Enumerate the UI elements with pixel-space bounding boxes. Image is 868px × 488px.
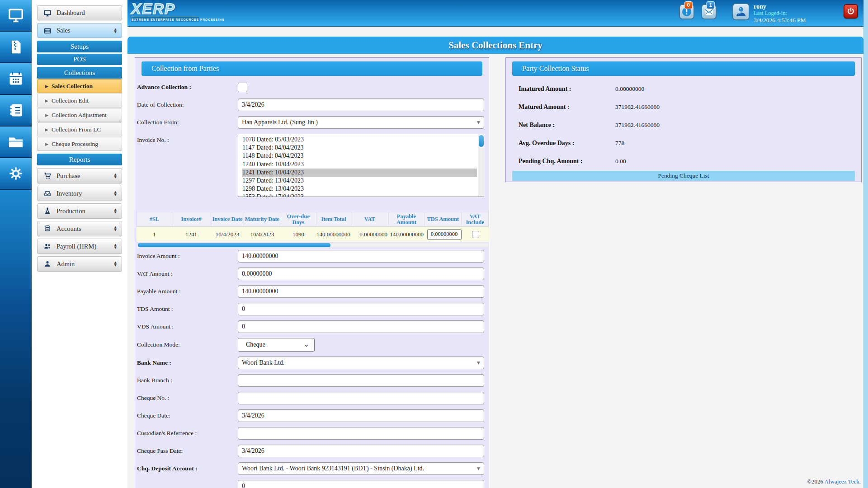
sidebar-item-accounts[interactable]: Accounts ▲▼ [37, 221, 122, 236]
imatured-amount-row: Imatured Amount : 0.00000000 [519, 84, 855, 94]
flask-icon [43, 207, 52, 215]
bank-branch-input[interactable] [238, 374, 484, 387]
imatured-amount-value: 0.00000000 [615, 84, 644, 94]
sidebar-section-reports[interactable]: Reports [37, 154, 122, 165]
invoice-list-item-selected[interactable]: 1241 Dated: 10/04/2023 [242, 169, 477, 177]
invoice-list-item[interactable]: 1148 Dated: 04/04/2023 [242, 152, 477, 160]
invoice-table-header: #SL Invoice# Invoice Date Maturity Date … [137, 212, 489, 227]
copyright-text: ©2026 [807, 478, 823, 485]
chq-deposit-account-combobox[interactable]: Woori Bank Ltd. - Woori Bank 923143191 (… [238, 462, 484, 475]
col-header-vat: VAT [351, 212, 389, 226]
vat-include-checkbox[interactable] [472, 231, 479, 238]
cheque-date-input[interactable] [238, 409, 484, 422]
alwajeez-tech-link[interactable]: Alwajeez Tech. [825, 478, 861, 485]
rail-desktop-icon[interactable] [0, 0, 32, 31]
rail-calendar-icon[interactable] [0, 63, 32, 94]
pending-chq-amount-row: Pending Chq. Amount : 0.00 [519, 156, 855, 166]
rail-folder-icon[interactable] [0, 127, 32, 157]
partial-bottom-input[interactable] [238, 480, 484, 488]
page-vertical-scrollbar[interactable] [863, 0, 868, 488]
vds-amount-row: VDS Amount : [137, 320, 484, 333]
chq-deposit-account-label: Chq. Deposit Account : [137, 465, 238, 472]
message-badge: 1 [706, 1, 715, 9]
sidebar-item-sales[interactable]: Sales ▲▼ [37, 23, 122, 38]
cheque-date-row: Cheque Date: [137, 409, 484, 422]
page-title-bar: Sales Collections Entry [127, 37, 863, 54]
cell-invoice: 1241 [172, 231, 211, 238]
cell-vat-include [462, 231, 489, 238]
cheque-pass-date-label: Cheque Pass Date: [137, 447, 238, 455]
cart-icon [43, 172, 52, 180]
invoice-list-item[interactable]: 1147 Dated: 04/04/2023 [242, 144, 477, 152]
invoice-list-item[interactable]: 1298 Dated: 13/04/2023 [242, 185, 477, 193]
collection-from-parties-panel: Collection from Parties Advance Collecti… [135, 57, 489, 488]
messages-button[interactable]: 1 [701, 4, 717, 19]
sidebar-section-setups[interactable]: Setups [37, 41, 122, 52]
sidebar-item-label: Sales Collection [52, 83, 93, 90]
rail-notebook-icon[interactable] [0, 95, 32, 126]
col-header-vat-include: VAT Include [462, 212, 489, 226]
invoice-list-item[interactable]: 1240 Dated: 10/04/2023 [242, 160, 477, 169]
sidebar-item-payroll-hrm[interactable]: Payroll (HRM) ▲▼ [37, 239, 122, 254]
sidebar-item-collection-adjustment[interactable]: ▶ Collection Adjustment [37, 108, 122, 122]
app-logo[interactable]: XERP EXTREME ENTERPRISE RECOURCES PROCES… [131, 1, 199, 22]
caret-right-icon: ▶ [45, 84, 48, 89]
invoice-table-row: 1 1241 10/4/2023 10/4/2023 1090 140.0000… [137, 227, 489, 242]
invoice-list-item[interactable]: 1353 Dated: 17/04/2023 [242, 193, 477, 197]
scrollbar-thumb[interactable] [479, 135, 484, 147]
notifications-button[interactable]: 0 [679, 4, 694, 19]
invoice-list-item[interactable]: 1078 Dated: 05/03/2023 [242, 136, 477, 144]
user-avatar[interactable] [732, 3, 750, 20]
expand-arrows-icon: ▲▼ [114, 191, 117, 196]
monitor-icon [43, 9, 52, 17]
vat-amount-input[interactable] [238, 267, 484, 280]
tds-amount-input[interactable] [238, 303, 484, 315]
date-of-collection-label: Date of Collection: [137, 101, 238, 108]
sidebar-item-collection-from-lc[interactable]: ▶ Collection From LC [37, 122, 122, 136]
tds-amount-cell-input[interactable] [427, 229, 462, 240]
cheque-no-input[interactable] [238, 392, 484, 404]
collection-from-combobox[interactable]: Han Apparels Ltd. (Sung Jin ) ▼ [238, 116, 484, 129]
table-horizontal-scrollbar[interactable] [138, 243, 489, 247]
sidebar-item-purchase[interactable]: Purchase ▲▼ [37, 168, 122, 183]
bank-name-combobox[interactable]: Woori Bank Ltd. ▼ [238, 357, 484, 369]
custodian-reference-row: Custodian's Referrence : [137, 427, 484, 440]
date-of-collection-input[interactable] [238, 99, 484, 111]
col-header-maturity-date: Maturity Date [244, 212, 280, 226]
col-header-tds-amount: TDS Amount [425, 212, 462, 226]
pending-chq-amount-label: Pending Chq. Amount : [519, 156, 615, 166]
collection-from-value: Han Apparels Ltd. (Sung Jin ) [242, 119, 318, 126]
sidebar-section-pos[interactable]: POS [37, 54, 122, 65]
scrollbar-thumb[interactable] [138, 243, 330, 247]
cell-vat: 0.00000000 [351, 231, 389, 238]
sidebar-item-label: Collection Adjustment [52, 112, 107, 119]
invoice-list-scrollbar[interactable] [478, 134, 484, 197]
collection-mode-select[interactable]: Cheque ⌄ [238, 338, 315, 352]
custodian-reference-input[interactable] [238, 427, 484, 440]
cheque-pass-date-input[interactable] [238, 445, 484, 457]
logo-text: XERP [131, 1, 199, 16]
sidebar-item-sales-collection[interactable]: ▶ Sales Collection [37, 79, 122, 93]
sidebar-item-inventory[interactable]: Inventory ▲▼ [37, 186, 122, 201]
rail-archive-icon[interactable] [0, 32, 32, 62]
sidebar-item-dashboard[interactable]: Dashboard [37, 5, 122, 20]
payable-amount-input[interactable] [238, 285, 484, 298]
sidebar-item-cheque-processing[interactable]: ▶ Cheque Processing [37, 137, 122, 151]
invoice-list-item[interactable]: 1297 Dated: 13/04/2023 [242, 177, 477, 185]
net-balance-label: Net Balance : [519, 120, 615, 130]
user-name: rony [754, 3, 806, 10]
logout-button[interactable] [844, 4, 858, 19]
sidebar-item-label: Collection Edit [52, 97, 89, 104]
invoice-listbox[interactable]: 1078 Dated: 05/03/2023 1147 Dated: 04/04… [238, 134, 484, 197]
sidebar-item-admin[interactable]: Admin ▲▼ [37, 256, 122, 272]
cheque-no-label: Cheque No. : [137, 394, 238, 402]
pending-cheque-list-button[interactable]: Pending Cheque List [512, 171, 855, 181]
invoice-amount-input[interactable] [238, 250, 484, 263]
vds-amount-input[interactable] [238, 320, 484, 333]
sidebar-item-production[interactable]: Production ▲▼ [37, 203, 122, 219]
advance-collection-checkbox[interactable] [238, 83, 247, 92]
sidebar-section-collections[interactable]: Collections [37, 67, 122, 79]
sidebar-item-collection-edit[interactable]: ▶ Collection Edit [37, 94, 122, 108]
rail-gear-icon[interactable] [0, 158, 32, 189]
tray-icon [43, 189, 52, 197]
